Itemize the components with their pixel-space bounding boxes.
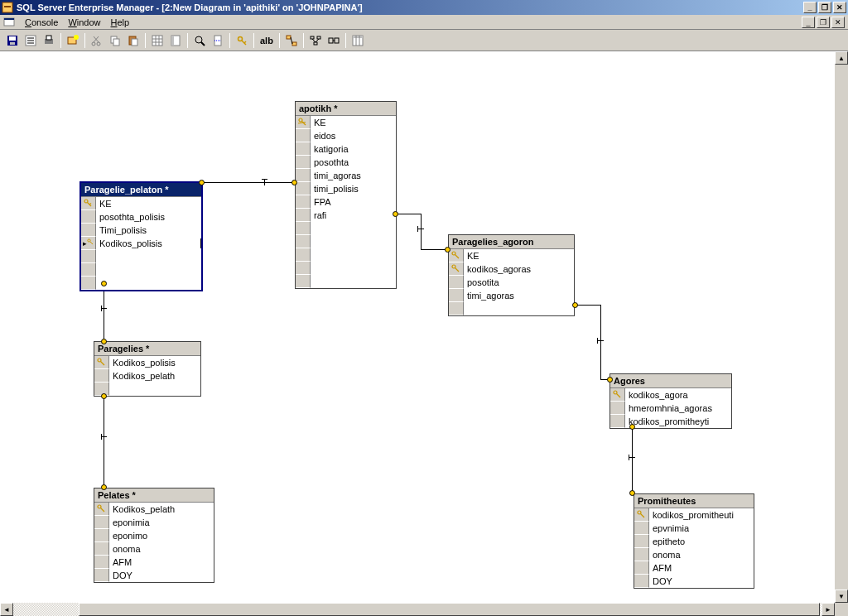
minimize-button[interactable]: _ — [803, 2, 817, 13]
page-breaks-button[interactable] — [209, 31, 227, 50]
column-name[interactable]: katigoria — [311, 144, 396, 154]
scroll-right-button[interactable]: ► — [822, 603, 835, 616]
table-row[interactable] — [81, 277, 201, 290]
table-view-button[interactable] — [349, 31, 367, 50]
table-row[interactable]: ▸ Kodikos_polisis — [81, 237, 201, 250]
column-name[interactable]: kodikos_agora — [625, 390, 731, 400]
column-name[interactable]: epvnimia — [649, 523, 754, 533]
autosize-button[interactable] — [325, 31, 343, 50]
ab-label[interactable]: alb — [257, 36, 277, 46]
table-row[interactable]: eponimia — [94, 516, 214, 529]
table-row[interactable] — [296, 262, 396, 275]
paste-button[interactable] — [124, 31, 142, 50]
column-name[interactable]: KE — [96, 199, 201, 209]
column-name[interactable]: eponimo — [109, 531, 214, 541]
table-row[interactable]: hmeromhnia_agoras — [610, 402, 731, 415]
manage-indexes-button[interactable] — [166, 31, 185, 50]
table-row[interactable]: kodikos_promitheuti — [634, 508, 754, 522]
menu-console[interactable]: Console — [20, 17, 63, 28]
mdi-minimize-button[interactable]: _ — [802, 17, 815, 28]
table-paragelies-agoron[interactable]: Paragelies_agoron KE kodikos_agoras poso… — [448, 234, 575, 316]
column-name[interactable]: eidos — [311, 131, 396, 141]
save-button[interactable] — [3, 31, 22, 50]
copy-button[interactable] — [106, 31, 124, 50]
scroll-up-button[interactable]: ▲ — [835, 51, 848, 65]
table-row[interactable]: timi_polisis — [296, 182, 396, 195]
column-name[interactable]: onoma — [109, 544, 214, 554]
table-pelates[interactable]: Pelates * Kodikos_pelath eponimia eponim… — [94, 488, 214, 583]
table-row[interactable]: eidos — [296, 129, 396, 142]
arrange-tables-button[interactable] — [306, 31, 325, 50]
table-promitheutes[interactable]: Promitheutes kodikos_promitheuti epvnimi… — [634, 493, 754, 589]
scroll-down-button[interactable]: ▼ — [835, 590, 848, 603]
close-button[interactable]: ✕ — [833, 2, 846, 13]
grid-button[interactable] — [148, 31, 166, 50]
table-header[interactable]: Pelates * — [94, 488, 214, 503]
column-name[interactable]: epitheto — [649, 537, 754, 546]
table-header[interactable]: Paragelies_agoron — [449, 235, 574, 249]
zoom-button[interactable] — [190, 31, 209, 50]
table-row[interactable]: KE — [81, 197, 201, 210]
column-name[interactable]: timi_agoras — [311, 171, 396, 180]
table-row[interactable]: onoma — [634, 548, 754, 561]
table-row[interactable] — [94, 383, 200, 396]
column-name[interactable]: Kodikos_pelath — [109, 504, 214, 514]
column-name[interactable]: posotita — [464, 277, 574, 287]
table-row[interactable] — [296, 275, 396, 288]
table-row[interactable]: posotita — [449, 276, 574, 289]
table-row[interactable]: onoma — [94, 542, 214, 556]
table-row[interactable] — [81, 263, 201, 277]
table-row[interactable]: DOY — [94, 569, 214, 582]
mdi-close-button[interactable]: ✕ — [831, 17, 845, 28]
table-apotikh[interactable]: apotikh * KE eidos katigoria posothta ti… — [295, 101, 397, 289]
table-row[interactable]: KE — [296, 116, 396, 129]
table-row[interactable]: Timi_polisis — [81, 224, 201, 237]
restore-button[interactable]: ❐ — [818, 2, 831, 13]
column-name[interactable]: posothta — [311, 157, 396, 167]
diagram-canvas[interactable]: Paragelie_pelaton * KE posothta_polisis … — [0, 51, 848, 616]
table-header[interactable]: Paragelie_pelaton * — [81, 183, 201, 197]
column-name[interactable]: DOY — [109, 570, 214, 580]
scroll-thumb[interactable] — [79, 603, 820, 616]
column-name[interactable]: Kodikos_polisis — [109, 358, 200, 368]
column-name[interactable]: DOY — [649, 576, 754, 586]
table-row[interactable]: timi_agoras — [296, 169, 396, 182]
table-row[interactable]: epitheto — [634, 535, 754, 548]
table-row[interactable] — [296, 248, 396, 262]
column-name[interactable]: posothta_polisis — [96, 212, 201, 222]
table-row[interactable]: Kodikos_pelath — [94, 369, 200, 383]
table-row[interactable]: timi_agoras — [449, 289, 574, 302]
table-row[interactable]: rafi — [296, 209, 396, 222]
cut-button[interactable] — [88, 31, 106, 50]
table-row[interactable]: DOY — [634, 575, 754, 588]
set-primary-key-button[interactable] — [233, 31, 251, 50]
table-row[interactable]: kodikos_agora — [610, 388, 731, 402]
table-header[interactable]: Paragelies * — [94, 342, 200, 356]
column-name[interactable]: onoma — [649, 550, 754, 560]
column-name[interactable]: AFM — [109, 557, 214, 567]
table-row[interactable]: Kodikos_pelath — [94, 503, 214, 516]
table-row[interactable]: epvnimia — [634, 522, 754, 535]
table-paragelies[interactable]: Paragelies * Kodikos_polisis Kodikos_pel… — [94, 341, 201, 397]
column-name[interactable]: KE — [464, 251, 574, 261]
show-relationship-button[interactable] — [282, 31, 301, 50]
menu-help[interactable]: Help — [106, 17, 135, 28]
table-row[interactable] — [449, 302, 574, 315]
table-row[interactable]: FPA — [296, 195, 396, 209]
table-agores[interactable]: Agores kodikos_agora hmeromhnia_agoras k… — [610, 373, 732, 429]
menu-window[interactable]: Window — [63, 17, 105, 28]
table-row[interactable] — [296, 235, 396, 248]
column-name[interactable]: KE — [311, 118, 396, 128]
table-row[interactable]: KE — [449, 249, 574, 262]
vertical-scrollbar[interactable]: ▲ ▼ — [835, 51, 848, 603]
column-name[interactable]: timi_polisis — [311, 184, 396, 194]
table-row[interactable]: posothta_polisis — [81, 210, 201, 224]
column-name[interactable]: AFM — [649, 563, 754, 573]
print-button[interactable] — [40, 31, 58, 50]
properties-button[interactable] — [22, 31, 40, 50]
column-name[interactable]: Kodikos_polisis — [96, 238, 201, 248]
column-name[interactable]: eponimia — [109, 517, 214, 527]
horizontal-scrollbar[interactable]: ◄ ► — [0, 603, 848, 616]
column-name[interactable]: Kodikos_pelath — [109, 371, 200, 381]
column-name[interactable]: hmeromhnia_agoras — [625, 403, 731, 413]
